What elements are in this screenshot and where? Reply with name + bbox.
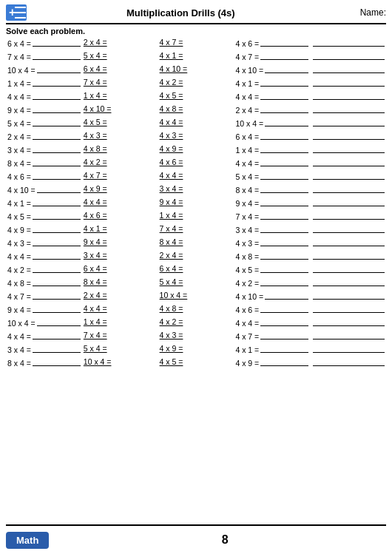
table-row: 4 x 2 = <box>6 263 82 277</box>
problem-text: 4 x 3 = <box>235 239 259 248</box>
problem-text: 4 x 2 = <box>7 266 31 274</box>
problem-text: 4 x 1 = <box>160 51 183 60</box>
table-row: 10 x 4 = <box>6 317 82 330</box>
problem-text: 7 x 4 = <box>84 331 107 340</box>
table-row: 8 x 4 = <box>6 157 82 170</box>
answer-line <box>313 211 385 220</box>
table-row: 4 x 6 = <box>82 210 158 223</box>
answer-line <box>260 158 308 166</box>
answer-line <box>33 197 81 206</box>
table-row: 9 x 4 = <box>234 197 310 210</box>
problem-text: 9 x 4 = <box>235 199 259 208</box>
problem-text: 4 x 4 = <box>7 252 31 261</box>
answer-line <box>313 131 385 140</box>
table-row: 4 x 10 = <box>6 183 82 197</box>
svg-text:+: + <box>9 6 16 18</box>
problem-text: 4 x 2 = <box>235 279 259 288</box>
table-row: 4 x 5 = <box>6 210 82 223</box>
table-row: 8 x 4 = <box>158 237 234 250</box>
table-row: 4 x 8 = <box>82 143 158 157</box>
table-row <box>310 117 386 130</box>
table-row: 4 x 4 = <box>158 170 234 183</box>
table-row: 6 x 4 = <box>82 263 158 277</box>
table-row <box>310 250 386 263</box>
page-number: 8 <box>64 533 386 547</box>
table-row: 4 x 5 = <box>158 357 234 370</box>
table-row: 6 x 4 = <box>82 64 158 77</box>
problem-text: 4 x 8 = <box>84 144 107 153</box>
problem-text: 8 x 4 = <box>7 359 31 368</box>
problem-text: 4 x 1 = <box>235 79 259 88</box>
column-2: 2 x 4 =5 x 4 =6 x 4 =7 x 4 =1 x 4 =4 x 1… <box>82 37 158 523</box>
answer-line <box>260 131 308 140</box>
problem-text: 4 x 2 = <box>84 158 107 166</box>
problem-text: 7 x 4 = <box>235 212 259 221</box>
problem-text: 4 x 5 = <box>160 91 183 100</box>
answer-line <box>313 304 385 313</box>
table-row: 7 x 4 = <box>6 50 82 64</box>
problem-text: 1 x 4 = <box>84 317 107 326</box>
problem-text: 10 x 4 = <box>84 357 112 366</box>
answer-line <box>313 104 385 113</box>
answer-line <box>260 357 308 366</box>
math-badge: Math <box>6 532 49 549</box>
answer-line <box>265 118 308 126</box>
problem-text: 2 x 4 = <box>84 291 107 300</box>
table-row <box>310 223 386 237</box>
table-row: 3 x 4 = <box>82 250 158 263</box>
table-row: 4 x 3 = <box>6 237 82 250</box>
problem-text: 9 x 4 = <box>84 237 107 246</box>
table-row: 5 x 4 = <box>158 277 234 290</box>
table-row <box>310 263 386 277</box>
answer-line <box>313 317 385 326</box>
table-row: 3 x 4 = <box>234 223 310 237</box>
problem-text: 4 x 6 = <box>160 158 183 166</box>
answer-line <box>313 78 385 87</box>
answer-line <box>260 331 308 340</box>
problem-text: 4 x 7 = <box>160 38 183 47</box>
problem-text: 5 x 4 = <box>84 344 107 353</box>
problem-text: 4 x 6 = <box>84 211 107 220</box>
table-row: 4 x 6 = <box>158 157 234 170</box>
problem-text: 8 x 4 = <box>84 277 107 286</box>
table-row <box>310 357 386 370</box>
problem-text: 4 x 1 = <box>235 345 259 354</box>
table-row <box>310 303 386 317</box>
answer-line <box>37 64 81 73</box>
table-row: 10 x 4 = <box>158 290 234 303</box>
table-row: 10 x 4 = <box>234 117 310 130</box>
answer-line <box>313 291 385 300</box>
table-row <box>310 77 386 90</box>
table-row: 4 x 8 = <box>158 104 234 117</box>
table-row: 4 x 9 = <box>82 183 158 197</box>
answer-line <box>260 264 308 273</box>
problem-text: 4 x 4 = <box>160 171 183 180</box>
problem-text: 4 x 4 = <box>235 92 259 101</box>
problem-text: 4 x 10 = <box>7 186 36 195</box>
table-row: 10 x 4 = <box>82 357 158 370</box>
table-row: 4 x 7 = <box>158 37 234 50</box>
answer-line <box>260 317 308 326</box>
answer-line <box>33 131 81 140</box>
answer-line <box>260 344 308 353</box>
table-row: 4 x 6 = <box>234 303 310 317</box>
table-row <box>310 104 386 117</box>
problem-text: 4 x 5 = <box>235 266 259 274</box>
problem-text: 4 x 2 = <box>160 78 183 87</box>
answer-line <box>33 38 81 47</box>
table-row: 4 x 2 = <box>234 277 310 290</box>
problem-text: 9 x 4 = <box>160 197 183 206</box>
answer-line <box>33 224 81 233</box>
problem-text: 4 x 6 = <box>235 305 259 314</box>
answer-line <box>33 291 81 300</box>
problem-text: 7 x 4 = <box>160 224 183 233</box>
problem-text: 4 x 8 = <box>7 279 31 288</box>
answer-line <box>33 264 81 273</box>
worksheet-title: Multiplication Drills (4s) <box>31 7 331 18</box>
answer-line <box>33 357 81 366</box>
answer-line <box>260 197 308 206</box>
table-row <box>310 170 386 183</box>
table-row: 4 x 4 = <box>234 157 310 170</box>
table-row <box>310 157 386 170</box>
problem-text: 4 x 9 = <box>160 344 183 353</box>
